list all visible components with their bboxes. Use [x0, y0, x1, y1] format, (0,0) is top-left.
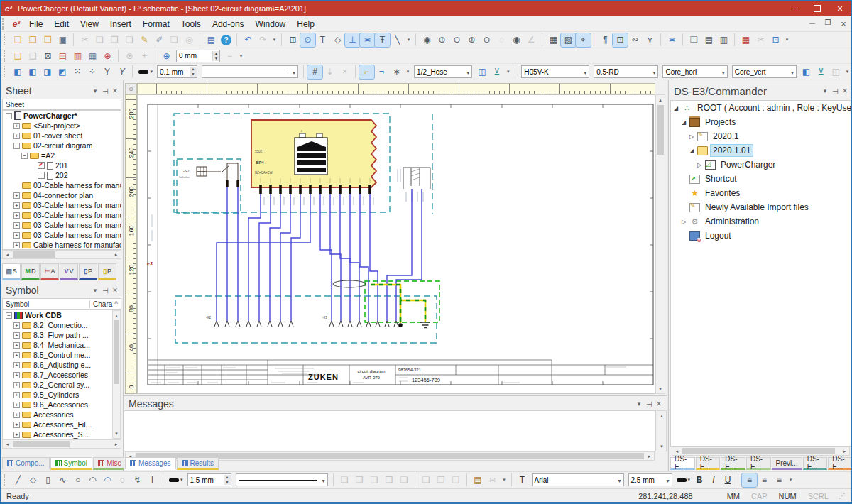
expander-icon[interactable]: ▷ — [689, 133, 697, 140]
tile-horizontal[interactable]: ▤ — [701, 33, 716, 47]
symbol-tree-item[interactable]: − Work CDB — [3, 310, 121, 320]
open-document[interactable]: ❒ — [26, 33, 40, 47]
symbol-tree-item[interactable]: + 8.5_Control me... — [3, 350, 121, 360]
messages-log[interactable] — [124, 410, 656, 451]
zoom-reduce[interactable]: ⊖ — [479, 33, 494, 47]
commander-tree-item[interactable]: Favorites — [671, 186, 851, 200]
rotate-symbol[interactable]: ◩ — [55, 65, 70, 79]
offset-reference[interactable]: ⊕ — [159, 49, 174, 62]
ungroup-objects[interactable]: ❐ — [352, 473, 367, 487]
send-to-back[interactable]: ❒ — [382, 473, 397, 487]
zoom-out[interactable]: ⊖ — [449, 33, 464, 47]
sheet-tree-item[interactable]: + 03-Cable harness for manufac — [3, 210, 121, 220]
commander-tab[interactable]: DS-E... — [746, 457, 771, 470]
maximize-button[interactable] — [806, 1, 829, 16]
snap-toggle[interactable]: ⌖ — [576, 33, 591, 47]
copy[interactable]: ❏ — [92, 33, 107, 47]
wire-fork[interactable]: Y — [99, 65, 114, 79]
commander-tree-item[interactable]: Logout — [671, 229, 851, 243]
canvas-vscrollbar[interactable] — [655, 94, 665, 394]
symbol-tree-item[interactable]: + 8.7_Accessories — [3, 370, 121, 380]
spinner-arrows-icon[interactable] — [224, 475, 231, 485]
dock-tab[interactable]: ⊢ A — [40, 263, 59, 280]
signal-delete[interactable]: × — [337, 65, 352, 79]
connect-nodes[interactable]: ∾ — [628, 33, 643, 47]
core-pair[interactable]: ◫ — [829, 65, 843, 79]
menu-item[interactable]: Edit — [48, 18, 75, 31]
zoom-angle[interactable]: ∠ — [524, 33, 539, 47]
wire-options[interactable]: ▾ — [404, 65, 412, 79]
close-icon[interactable] — [840, 86, 850, 96]
panel-tab[interactable]: Symbol — [50, 457, 92, 470]
schematic-canvas[interactable]: + - 55027 -BP4 BZ+CA+CW — [137, 94, 655, 394]
draw-zigzag[interactable]: ↯ — [130, 473, 145, 487]
wire-type-combo[interactable]: H05V-K — [521, 65, 589, 78]
place-symbol-left[interactable]: ◧ — [10, 65, 25, 79]
zoom-in[interactable]: ⊕ — [435, 33, 449, 47]
place-symbol-text[interactable]: ◧ — [25, 65, 40, 79]
copy-format[interactable]: ❏ — [167, 33, 182, 47]
origin-marker[interactable]: ⊕ — [100, 49, 115, 62]
insert-sheet-region[interactable]: ⊞ — [285, 33, 300, 47]
insert-text[interactable]: T — [315, 33, 330, 47]
messages-tab[interactable]: Messages — [125, 457, 176, 470]
dock-tab[interactable]: ▯ P — [98, 263, 116, 280]
undo-options[interactable]: ▾ — [271, 33, 278, 47]
close-icon[interactable] — [654, 399, 664, 409]
group-objects[interactable]: ❏ — [337, 473, 352, 487]
align-objects[interactable]: ❏ — [419, 473, 434, 487]
menu-item[interactable]: Window — [250, 18, 292, 31]
order-options[interactable]: ❏ — [397, 473, 412, 487]
menu-item[interactable]: Insert — [104, 18, 137, 31]
level-offset[interactable]: − — [222, 49, 237, 62]
toolbar-grip[interactable] — [4, 474, 9, 486]
graphic-line-style-combo[interactable] — [236, 473, 328, 486]
close-icon[interactable] — [110, 86, 120, 96]
distribute-objects[interactable]: ❐ — [434, 473, 449, 487]
scroll-up-icon[interactable] — [113, 311, 120, 320]
expander-icon[interactable]: ◢ — [682, 119, 689, 126]
expander-icon[interactable]: + — [13, 422, 20, 428]
grid-toggle[interactable]: ▦ — [546, 33, 561, 47]
scroll-left-icon[interactable] — [3, 251, 12, 258]
expander-icon[interactable]: + — [13, 322, 20, 329]
paste-special[interactable]: ❑ — [122, 33, 137, 47]
menu-item[interactable]: Tools — [175, 18, 207, 31]
new-document[interactable]: ❑ — [11, 33, 26, 47]
insert-polygon[interactable]: ◇ — [330, 33, 345, 47]
expander-icon[interactable]: + — [13, 332, 20, 339]
sheet-tree-item[interactable]: + 01-cover sheet — [3, 131, 121, 141]
line-width-spinner[interactable]: 0.1 mm — [157, 65, 197, 78]
pin-icon[interactable] — [102, 88, 109, 94]
wire-size-combo[interactable]: 0.5-RD — [594, 65, 658, 78]
delete-sheet[interactable]: ⊠ — [40, 49, 55, 62]
font-size-combo[interactable]: 2.5 mm — [628, 473, 672, 486]
symbol-tree-item[interactable]: + Accessories_Fil... — [3, 420, 121, 429]
expander-icon[interactable]: + — [13, 352, 20, 358]
sort-ascending-icon[interactable]: ^ — [114, 300, 118, 308]
menu-item[interactable]: View — [75, 18, 104, 31]
expander-icon[interactable]: + — [13, 222, 20, 229]
cut[interactable]: ✂ — [77, 33, 92, 47]
commander-tree-item[interactable]: ◢ 2020.1.01 — [671, 143, 851, 158]
zoom-region[interactable]: ◌ — [494, 33, 509, 47]
symbol-tree-item[interactable]: + 9.2_General sy... — [3, 380, 121, 390]
formatting-marks[interactable]: ¶ — [598, 33, 613, 47]
offset-spinner[interactable]: 0 mm — [176, 50, 220, 62]
redo[interactable]: ↷ — [256, 33, 271, 47]
draw-ibeam[interactable]: Ⅰ — [145, 473, 160, 487]
spinner-arrows-icon[interactable] — [212, 51, 219, 61]
cancel-action[interactable]: ⊗ — [122, 49, 137, 62]
symbol-tree-item[interactable]: + Accessories_S... — [3, 429, 121, 439]
commander-tree-item[interactable]: Newly Available Import files — [671, 200, 851, 214]
expander-icon[interactable]: + — [13, 123, 20, 129]
draw-cloud[interactable]: ◌ — [115, 473, 130, 487]
panel-tab[interactable]: Compo... — [2, 457, 50, 470]
draw-rectangle[interactable]: ▯ — [40, 473, 55, 487]
expander-icon[interactable]: + — [13, 232, 20, 239]
symbol-tree-item[interactable]: + 8.6_Adjusting e... — [3, 360, 121, 370]
help[interactable]: ? — [221, 35, 231, 45]
pin-icon[interactable] — [831, 88, 839, 94]
sheet-tree-item[interactable]: 201 — [3, 160, 121, 170]
device-table[interactable]: ▦ — [85, 49, 100, 62]
